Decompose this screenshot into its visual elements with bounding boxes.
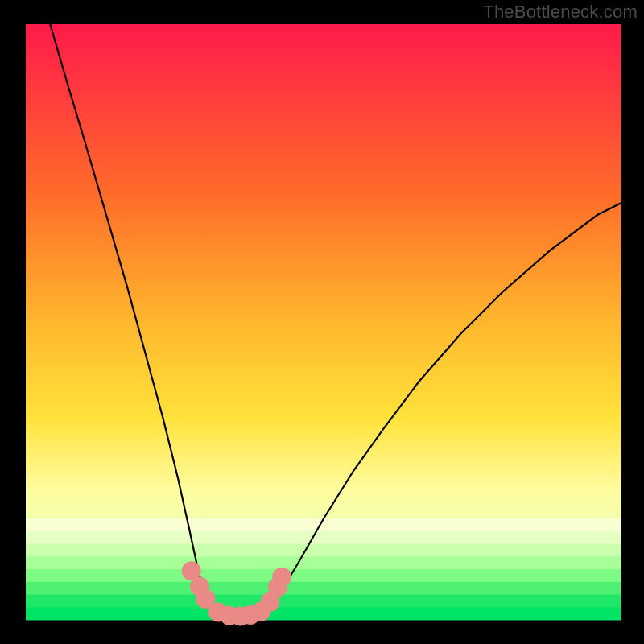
svg-rect-0 bbox=[26, 518, 621, 531]
green-gradient-bands bbox=[26, 518, 621, 620]
svg-rect-7 bbox=[26, 607, 621, 620]
watermark-text: TheBottleneck.com bbox=[483, 2, 638, 23]
svg-rect-5 bbox=[26, 582, 621, 595]
svg-rect-1 bbox=[26, 531, 621, 544]
svg-rect-6 bbox=[26, 595, 621, 608]
chart-container: { "watermark": "TheBottleneck.com", "col… bbox=[0, 0, 644, 644]
svg-rect-3 bbox=[26, 556, 621, 569]
svg-rect-4 bbox=[26, 569, 621, 582]
svg-rect-2 bbox=[26, 544, 621, 557]
data-marker bbox=[272, 568, 291, 587]
bottleneck-chart bbox=[0, 0, 644, 644]
